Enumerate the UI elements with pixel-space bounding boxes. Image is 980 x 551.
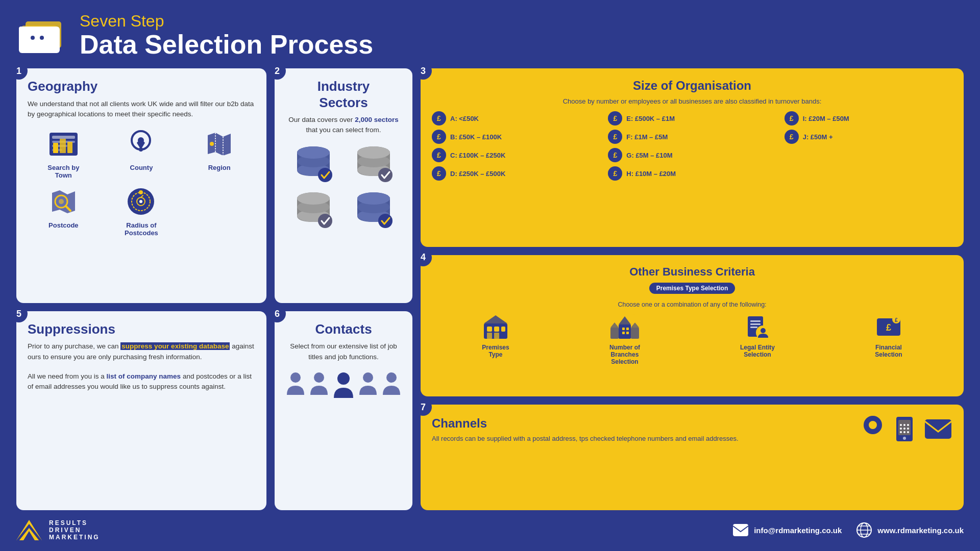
- header-text: Seven Step Data Selection Process: [80, 12, 373, 59]
- step4-card: 4 Other Business Criteria Premises Type …: [421, 255, 964, 397]
- geo-postcode-label: Postcode: [48, 221, 79, 229]
- header: Seven Step Data Selection Process: [16, 12, 964, 59]
- footer-line3: MARKETING: [49, 534, 100, 541]
- svg-point-89: [907, 428, 909, 430]
- person-icon-center: [333, 370, 354, 399]
- geo-region-label: Region: [208, 164, 231, 171]
- channels-icons: [861, 415, 952, 443]
- svg-point-17: [210, 142, 214, 146]
- pound-icon-g: £: [608, 148, 622, 162]
- header-title: Data Selection Process: [80, 30, 373, 59]
- financial-icon: £ £: [875, 313, 902, 341]
- premises-badge: Premises Type Selection: [649, 283, 736, 294]
- svg-rect-55: [487, 333, 492, 339]
- premises-badge-container: Premises Type Selection: [432, 283, 952, 298]
- premises-type-icon: [482, 313, 509, 341]
- person-icon-2: [309, 370, 329, 396]
- svg-marker-59: [619, 316, 631, 324]
- band-d-label: D: £250K – £500K: [450, 170, 505, 178]
- footer-website: www.rdmarketing.co.uk: [877, 526, 964, 535]
- legal-entity-icon: [744, 313, 771, 341]
- pound-icon-c: £: [432, 148, 446, 162]
- svg-point-16: [139, 147, 143, 152]
- band-h-label: H: £10M – £20M: [626, 170, 676, 178]
- step6-text: Select from our extensive list of job ti…: [286, 341, 401, 362]
- step6-card: 6 Contacts Select from our extensive lis…: [275, 311, 412, 510]
- turnover-grid: £ A: <£50K £ E: £500K – £1M £ I: £20M – …: [432, 111, 952, 181]
- band-e: £ E: £500K – £1M: [608, 111, 776, 126]
- band-i: £ I: £20M – £50M: [785, 111, 952, 126]
- legal-entity-label: Legal EntitySelection: [740, 344, 775, 358]
- folder-icon: [16, 15, 67, 56]
- svg-point-85: [903, 424, 905, 426]
- svg-rect-62: [631, 328, 639, 339]
- svg-point-92: [907, 431, 909, 433]
- svg-rect-71: [750, 323, 761, 325]
- svg-rect-7: [52, 136, 75, 139]
- svg-marker-96: [16, 524, 42, 540]
- band-c: £ C: £100K – £250K: [432, 148, 600, 162]
- step4-subtitle: Choose one or a combination of any of th…: [432, 301, 952, 308]
- premises-type-item: PremisesType: [482, 313, 509, 358]
- footer-line2: DRIVEN: [49, 527, 100, 534]
- svg-rect-56: [494, 333, 499, 339]
- geo-search-by-town: Search byTown: [28, 128, 100, 179]
- geo-postcode: Postcode: [28, 185, 100, 237]
- svg-point-30: [318, 168, 332, 182]
- branches-label: Number ofBranchesSelection: [609, 344, 640, 365]
- person-icon-4: [358, 370, 378, 396]
- step1-card: 1 Geography We understand that not all c…: [16, 68, 266, 303]
- svg-rect-72: [750, 327, 757, 328]
- db-icon-3: [290, 189, 336, 230]
- company-names-highlight: list of company names: [107, 372, 181, 380]
- svg-point-20: [59, 199, 64, 204]
- db-icon-2: [351, 143, 397, 184]
- svg-rect-60: [610, 328, 619, 339]
- band-j: £ J: £50M +: [785, 130, 952, 144]
- geo-search-label: Search byTown: [47, 164, 79, 179]
- band-b-label: B: £50K – £100K: [450, 133, 502, 141]
- suppress-highlight: suppress your existing database: [120, 342, 230, 350]
- footer-email: info@rdmarketing.co.uk: [754, 526, 842, 535]
- db-icon-4: [351, 189, 397, 230]
- svg-point-90: [900, 431, 902, 433]
- svg-rect-52: [487, 327, 492, 332]
- svg-rect-70: [750, 320, 761, 322]
- branches-item: Number ofBranchesSelection: [609, 313, 640, 365]
- band-a-label: A: <£50K: [450, 115, 479, 122]
- step2-card: 2 IndustrySectors Our data covers over 2…: [275, 68, 412, 303]
- svg-point-49: [363, 372, 373, 383]
- step7-title: Channels: [432, 416, 850, 431]
- header-subtitle: Seven Step: [80, 12, 373, 30]
- svg-point-47: [314, 372, 324, 383]
- band-b: £ B: £50K – £100K: [432, 130, 600, 144]
- footer-website-item: www.rdmarketing.co.uk: [856, 522, 964, 538]
- step1-title: Geography: [28, 79, 255, 94]
- svg-point-4: [31, 36, 35, 40]
- svg-point-68: [631, 314, 637, 320]
- svg-point-29: [297, 146, 330, 159]
- footer-logo-text: RESULTS DRIVEN MARKETING: [49, 519, 100, 541]
- step5-card: 5 Suppressions Prior to any purchase, we…: [16, 311, 266, 510]
- svg-rect-13: [67, 142, 72, 153]
- contact-icons: [286, 370, 401, 399]
- footer-contact: info@rdmarketing.co.uk www.rdmarketing.c…: [732, 522, 964, 538]
- geo-radius-label: Radius ofPostcodes: [125, 221, 158, 237]
- svg-marker-57: [484, 315, 507, 323]
- svg-point-24: [139, 190, 143, 194]
- legal-entity-item: Legal EntitySelection: [740, 313, 775, 358]
- band-g-label: G: £5M – £10M: [626, 152, 672, 159]
- step7-card: 7 Channels All records can be supplied w…: [421, 405, 964, 510]
- pound-icon-j: £: [785, 130, 799, 144]
- pound-icon-e: £: [608, 111, 622, 126]
- rdm-logo-icon: [16, 520, 42, 540]
- pound-icon-d: £: [432, 166, 446, 181]
- person-icon-5: [382, 370, 401, 396]
- step2-badge: 2: [268, 62, 286, 80]
- svg-point-34: [357, 146, 390, 159]
- svg-point-35: [378, 168, 393, 182]
- email-envelope-icon: [924, 417, 952, 441]
- svg-rect-54: [501, 327, 505, 332]
- telephone-icon: [892, 415, 917, 443]
- step6-title: Contacts: [286, 321, 401, 337]
